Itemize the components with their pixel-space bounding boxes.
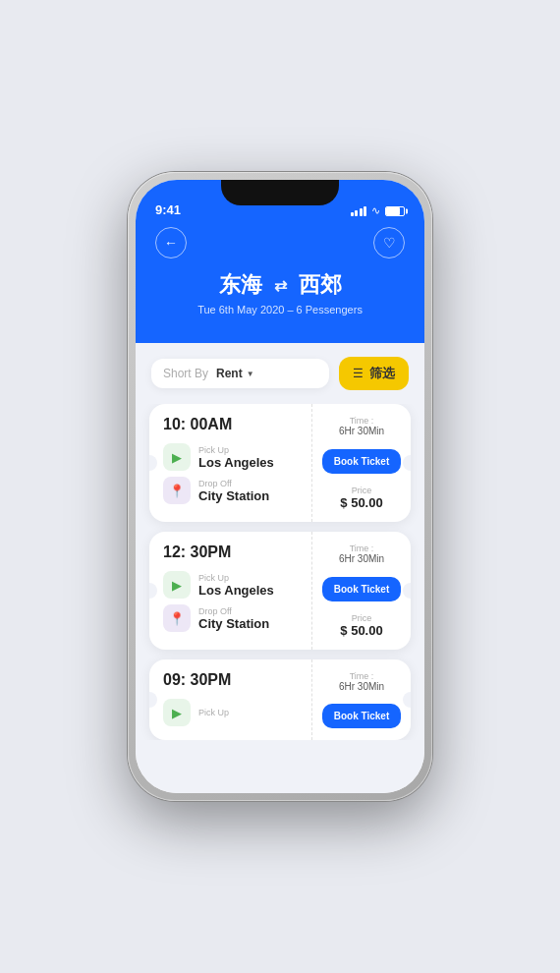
ticket-price: Price $ 50.00: [340, 486, 382, 510]
ticket-left-panel: 12: 30PM ▶ Pick Up Los Angeles 📍 Drop O: [149, 532, 312, 650]
duration-label: Time :: [339, 544, 384, 553]
ticket-duration: Time : 6Hr 30Min: [339, 544, 384, 564]
pickup-icon: ▶: [163, 443, 191, 471]
ticket-right-panel: Time : 6Hr 30Min Book Ticket: [312, 659, 411, 740]
route-display: 东海 ⇄ 西郊 Tue 6th May 2020 – 6 Pessengers: [155, 270, 405, 315]
price-label: Price: [340, 486, 382, 495]
bell-icon: ♡: [383, 235, 396, 251]
filter-bar: Short By Rent ▼ ☰ 筛选: [136, 343, 424, 404]
ticket-price: Price $ 50.00: [340, 613, 382, 638]
pickup-label: Pick Up: [198, 708, 229, 717]
pickup-info: Pick Up Los Angeles: [198, 573, 274, 598]
route-arrow-icon: ⇄: [274, 276, 287, 295]
price-label: Price: [340, 613, 382, 623]
dropoff-name: City Station: [198, 616, 269, 631]
dropoff-stop: 📍 Drop Off City Station: [163, 604, 298, 632]
pickup-name: Los Angeles: [198, 583, 274, 598]
dropoff-info: Drop Off City Station: [198, 479, 269, 503]
filter-btn-label: 筛选: [369, 365, 395, 382]
ticket-duration: Time : 6Hr 30Min: [339, 671, 384, 692]
phone-frame: 9:41 ∿ ← ♡: [128, 172, 432, 801]
rent-dropdown[interactable]: Rent ▼: [216, 367, 254, 380]
ticket-left-panel: 10: 00AM ▶ Pick Up Los Angeles 📍 Drop O: [149, 404, 312, 522]
pickup-label: Pick Up: [198, 573, 274, 583]
chevron-down-icon: ▼: [247, 370, 254, 378]
pickup-icon: ▶: [163, 571, 191, 599]
price-value: $ 50.00: [340, 495, 382, 510]
dropoff-icon: 📍: [163, 604, 191, 632]
status-icons: ∿: [351, 204, 406, 217]
ticket-card: 10: 00AM ▶ Pick Up Los Angeles 📍 Drop O: [149, 404, 411, 522]
ticket-card: 12: 30PM ▶ Pick Up Los Angeles 📍 Drop O: [149, 532, 411, 650]
dropoff-label: Drop Off: [198, 606, 269, 616]
origin-city: 东海: [219, 270, 262, 300]
pickup-stop: ▶ Pick Up: [163, 699, 298, 726]
phone-screen: 9:41 ∿ ← ♡: [136, 180, 424, 793]
tickets-list: 10: 00AM ▶ Pick Up Los Angeles 📍 Drop O: [136, 404, 424, 740]
rent-label: Rent: [216, 367, 243, 380]
status-time: 9:41: [155, 202, 181, 217]
book-ticket-button[interactable]: Book Ticket: [322, 704, 401, 728]
pickup-name: Los Angeles: [198, 455, 274, 470]
pickup-icon: ▶: [163, 699, 191, 726]
duration-value: 6Hr 30Min: [339, 553, 384, 564]
book-ticket-button[interactable]: Book Ticket: [322, 449, 401, 474]
ticket-duration: Time : 6Hr 30Min: [339, 416, 384, 436]
notification-button[interactable]: ♡: [373, 227, 405, 258]
pickup-stop: ▶ Pick Up Los Angeles: [163, 571, 298, 599]
pickup-stop: ▶ Pick Up Los Angeles: [163, 443, 298, 471]
filter-lines-icon: ☰: [353, 367, 364, 380]
destination-city: 西郊: [299, 270, 342, 300]
short-by-label: Short By: [163, 367, 208, 380]
dropoff-icon: 📍: [163, 477, 191, 504]
wifi-icon: ∿: [371, 204, 380, 217]
dropoff-stop: 📍 Drop Off City Station: [163, 477, 298, 504]
dropoff-info: Drop Off City Station: [198, 606, 269, 631]
signal-icon: [351, 206, 367, 216]
duration-value: 6Hr 30Min: [339, 426, 384, 436]
price-value: $ 50.00: [340, 623, 382, 638]
header-nav: ← ♡: [155, 227, 405, 258]
notch: [221, 180, 339, 205]
duration-label: Time :: [339, 671, 384, 681]
dropoff-name: City Station: [198, 488, 269, 503]
ticket-time: 09: 30PM: [163, 671, 298, 689]
pickup-info: Pick Up: [198, 708, 229, 717]
ticket-right-panel: Time : 6Hr 30Min Book Ticket Price $ 50.…: [312, 532, 411, 650]
header-area: ← ♡ 东海 ⇄ 西郊 Tue 6th May 2020 – 6 Pesseng…: [136, 223, 424, 343]
ticket-card: 09: 30PM ▶ Pick Up Time : 6Hr 30Mi: [149, 659, 411, 740]
ticket-left-panel: 09: 30PM ▶ Pick Up: [149, 659, 312, 740]
battery-icon: [385, 206, 405, 216]
filter-button[interactable]: ☰ 筛选: [339, 357, 409, 390]
book-ticket-button[interactable]: Book Ticket: [322, 577, 401, 601]
pickup-info: Pick Up Los Angeles: [198, 445, 274, 470]
ticket-time: 12: 30PM: [163, 544, 298, 561]
ticket-time: 10: 00AM: [163, 416, 298, 433]
duration-value: 6Hr 30Min: [339, 681, 384, 692]
dropoff-label: Drop Off: [198, 479, 269, 488]
sort-control[interactable]: Short By Rent ▼: [151, 359, 329, 388]
ticket-right-panel: Time : 6Hr 30Min Book Ticket Price $ 50.…: [312, 404, 411, 522]
pickup-label: Pick Up: [198, 445, 274, 455]
back-icon: ←: [164, 235, 178, 251]
main-content: Short By Rent ▼ ☰ 筛选 10: 00AM: [136, 343, 424, 793]
back-button[interactable]: ←: [155, 227, 187, 258]
route-details: Tue 6th May 2020 – 6 Pessengers: [155, 304, 405, 315]
duration-label: Time :: [339, 416, 384, 426]
route-cities: 东海 ⇄ 西郊: [155, 270, 405, 300]
